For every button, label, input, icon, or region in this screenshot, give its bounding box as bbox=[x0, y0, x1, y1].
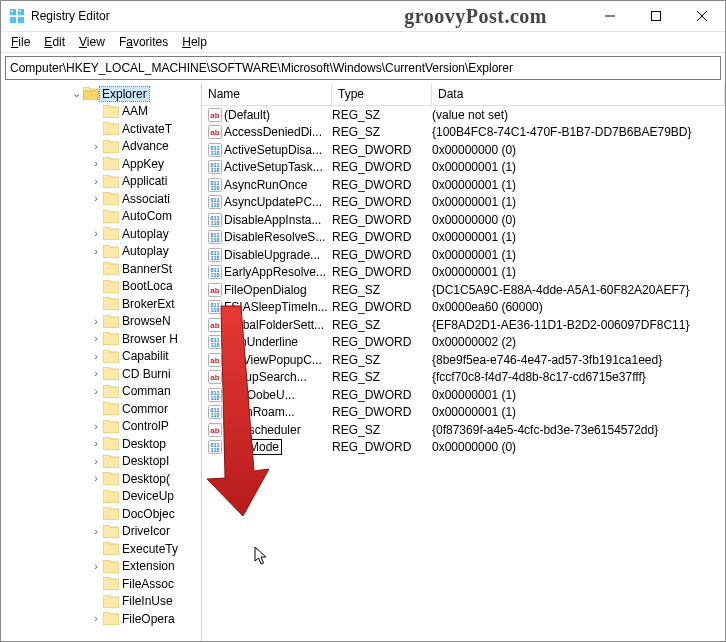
expand-icon[interactable]: › bbox=[89, 158, 103, 169]
tree-node[interactable]: › Desktop bbox=[11, 435, 202, 453]
tree-panel[interactable]: ⌄ Explorer AAM ActivateT › Advance › App… bbox=[1, 83, 202, 641]
tree-node[interactable]: › Autoplay bbox=[11, 243, 202, 261]
value-data: {fccf70c8-f4d7-4d8b-8c17-cd6715e37fff} bbox=[432, 370, 725, 384]
tree-node[interactable]: › Extension bbox=[11, 558, 202, 576]
value-data: 0x00000000 (0) bbox=[432, 440, 725, 454]
tree-node[interactable]: › Advance bbox=[11, 138, 202, 156]
value-row[interactable]: 011110 ActiveSetupTask... REG_DWORD 0x00… bbox=[202, 159, 725, 177]
tree-node[interactable]: ActivateT bbox=[11, 120, 202, 138]
col-type[interactable]: Type bbox=[332, 83, 432, 105]
col-name[interactable]: Name bbox=[202, 83, 332, 105]
value-row[interactable]: ab AccessDeniedDi... REG_SZ {100B4FC8-74… bbox=[202, 124, 725, 142]
value-row[interactable]: 011110 IconUnderline REG_DWORD 0x0000000… bbox=[202, 334, 725, 352]
tree-label: Autoplay bbox=[122, 227, 169, 241]
maximize-button[interactable] bbox=[633, 1, 679, 31]
minimize-button[interactable] bbox=[587, 1, 633, 31]
tree-node[interactable]: BrokerExt bbox=[11, 295, 202, 313]
value-row[interactable]: ab FileOpenDialog REG_SZ {DC1C5A9C-E88A-… bbox=[202, 281, 725, 299]
menu-favorites[interactable]: Favorites bbox=[113, 33, 174, 51]
menu-file[interactable]: File bbox=[5, 33, 36, 51]
tree-node[interactable]: › Autoplay bbox=[11, 225, 202, 243]
value-row[interactable]: 011110 hineOobeU... REG_DWORD 0x00000001… bbox=[202, 386, 725, 404]
value-data: 0x00000001 (1) bbox=[432, 405, 725, 419]
value-row[interactable]: ab Taskscheduler REG_SZ {0f87369f-a4e5-4… bbox=[202, 421, 725, 439]
expand-icon[interactable]: › bbox=[89, 316, 103, 327]
expand-icon[interactable]: › bbox=[89, 246, 103, 257]
expand-icon[interactable]: › bbox=[89, 438, 103, 449]
value-row[interactable]: 011110 hitOnRoam... REG_DWORD 0x00000001… bbox=[202, 404, 725, 422]
tree-node[interactable]: › AppKey bbox=[11, 155, 202, 173]
tree-node[interactable]: › DriveIcor bbox=[11, 523, 202, 541]
tree-node[interactable]: › ControlP bbox=[11, 418, 202, 436]
value-row[interactable]: 011110 DisableResolveS... REG_DWORD 0x00… bbox=[202, 229, 725, 247]
tree-node[interactable]: BannerSt bbox=[11, 260, 202, 278]
tree-node[interactable]: AAM bbox=[11, 103, 202, 121]
value-row[interactable]: 011110 AsyncRunOnce REG_DWORD 0x00000001… bbox=[202, 176, 725, 194]
col-data[interactable]: Data bbox=[432, 83, 725, 105]
expand-icon[interactable]: › bbox=[89, 141, 103, 152]
tree-node[interactable]: › FileOpera bbox=[11, 610, 202, 628]
expand-icon[interactable]: › bbox=[89, 526, 103, 537]
collapse-icon[interactable]: ⌄ bbox=[69, 88, 83, 99]
tree-label: ControlP bbox=[122, 419, 169, 433]
value-row[interactable]: ab ListViewPopupC... REG_SZ {8be9f5ea-e7… bbox=[202, 351, 725, 369]
value-row[interactable]: ab (Default) REG_SZ (value not set) bbox=[202, 106, 725, 124]
tree-node[interactable]: › Browser H bbox=[11, 330, 202, 348]
close-button[interactable] bbox=[679, 1, 725, 31]
tree-node[interactable]: › Associati bbox=[11, 190, 202, 208]
svg-text:110: 110 bbox=[210, 150, 219, 156]
tree-node[interactable]: FileAssoc bbox=[11, 575, 202, 593]
value-row[interactable]: 011110 DisableUpgrade... REG_DWORD 0x000… bbox=[202, 246, 725, 264]
expand-icon[interactable]: › bbox=[89, 421, 103, 432]
dword-icon: 011110 bbox=[206, 195, 224, 209]
value-type: REG_DWORD bbox=[332, 405, 432, 419]
value-row[interactable]: ab PopupSearch... REG_SZ {fccf70c8-f4d7-… bbox=[202, 369, 725, 387]
tree-node[interactable]: › Capabilit bbox=[11, 348, 202, 366]
tree-label: DesktopI bbox=[122, 454, 169, 468]
expand-icon[interactable]: › bbox=[89, 386, 103, 397]
dword-icon: 011110 bbox=[206, 335, 224, 349]
tree-node[interactable]: › Comman bbox=[11, 383, 202, 401]
expand-icon[interactable]: › bbox=[89, 456, 103, 467]
rename-input[interactable]: HubMode bbox=[224, 439, 282, 455]
value-row[interactable]: 011110 AsyncUpdatePC... REG_DWORD 0x0000… bbox=[202, 194, 725, 212]
expand-icon[interactable]: › bbox=[89, 176, 103, 187]
tree-node[interactable]: AutoCom bbox=[11, 208, 202, 226]
tree-label: AppKey bbox=[122, 157, 164, 171]
value-row[interactable]: 011110 DisableAppInsta... REG_DWORD 0x00… bbox=[202, 211, 725, 229]
value-row[interactable]: 011110 ActiveSetupDisa... REG_DWORD 0x00… bbox=[202, 141, 725, 159]
tree-node[interactable]: › CD Burni bbox=[11, 365, 202, 383]
expand-icon[interactable]: › bbox=[89, 333, 103, 344]
value-row[interactable]: 011110 HubMode REG_DWORD 0x00000000 (0) bbox=[202, 439, 725, 457]
tree-node[interactable]: DocObjec bbox=[11, 505, 202, 523]
tree-node[interactable]: › DesktopI bbox=[11, 453, 202, 471]
menu-edit[interactable]: Edit bbox=[38, 33, 71, 51]
expand-icon[interactable]: › bbox=[89, 473, 103, 484]
menu-help[interactable]: Help bbox=[176, 33, 213, 51]
tree-node[interactable]: › BrowseN bbox=[11, 313, 202, 331]
menu-view[interactable]: View bbox=[73, 33, 111, 51]
tree-node[interactable]: › Applicati bbox=[11, 173, 202, 191]
expand-icon[interactable]: › bbox=[89, 351, 103, 362]
expand-icon[interactable]: › bbox=[89, 613, 103, 624]
value-data: 0x00000001 (1) bbox=[432, 160, 725, 174]
tree-node-explorer[interactable]: ⌄ Explorer bbox=[11, 85, 202, 103]
expand-icon[interactable]: › bbox=[89, 228, 103, 239]
expand-icon[interactable]: › bbox=[89, 193, 103, 204]
value-row[interactable]: ab GlobalFolderSett... REG_SZ {EF8AD2D1-… bbox=[202, 316, 725, 334]
address-bar[interactable]: Computer\HKEY_LOCAL_MACHINE\SOFTWARE\Mic… bbox=[5, 56, 721, 80]
menu-bar: File Edit View Favorites Help bbox=[1, 32, 725, 53]
value-row[interactable]: 011110 EarlyAppResolve... REG_DWORD 0x00… bbox=[202, 264, 725, 282]
value-row[interactable]: 011110 FSIASleepTimeIn... REG_DWORD 0x00… bbox=[202, 299, 725, 317]
value-type: REG_DWORD bbox=[332, 265, 432, 279]
tree-node[interactable]: › Desktop( bbox=[11, 470, 202, 488]
tree-node[interactable]: DeviceUp bbox=[11, 488, 202, 506]
tree-label: DriveIcor bbox=[122, 524, 170, 538]
tree-node[interactable]: ExecuteTy bbox=[11, 540, 202, 558]
tree-label: Extension bbox=[122, 559, 175, 573]
tree-node[interactable]: BootLoca bbox=[11, 278, 202, 296]
expand-icon[interactable]: › bbox=[89, 561, 103, 572]
tree-node[interactable]: FileInUse bbox=[11, 593, 202, 611]
tree-node[interactable]: Commor bbox=[11, 400, 202, 418]
expand-icon[interactable]: › bbox=[89, 368, 103, 379]
